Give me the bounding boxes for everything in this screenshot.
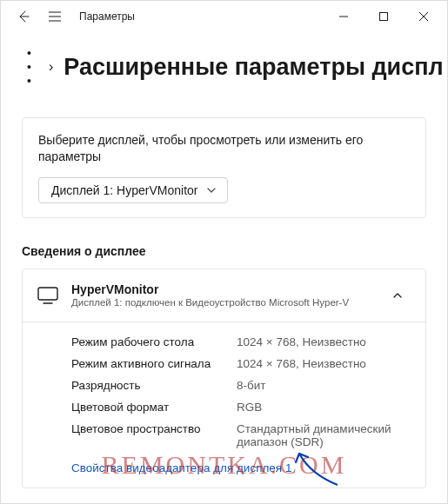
property-row: Цветовое пространствоСтандартный динамич…	[71, 418, 411, 453]
property-key: Режим активного сигнала	[71, 357, 237, 370]
nav-menu-button[interactable]	[41, 3, 69, 30]
adapter-link-row: Свойства видеоадаптера для дисплея 1	[23, 458, 425, 487]
property-value: Стандартный динамический диапазон (SDR)	[237, 422, 411, 448]
chevron-down-icon	[206, 185, 217, 196]
panel-header[interactable]: HyperVMonitor Дисплей 1: подключен к Вид…	[23, 269, 425, 322]
property-value: RGB	[237, 401, 411, 414]
display-select-card: Выберите дисплей, чтобы просмотреть или …	[22, 117, 426, 218]
display-info-panel: HyperVMonitor Дисплей 1: подключен к Вид…	[22, 269, 426, 488]
monitor-icon	[37, 287, 59, 304]
property-value: 8-бит	[237, 379, 411, 392]
chevron-up-icon	[391, 289, 404, 302]
property-row: Режим рабочего стола1024 × 768, Неизвест…	[71, 331, 411, 353]
arrow-left-icon	[17, 10, 30, 23]
close-button[interactable]	[404, 3, 444, 30]
titlebar: Параметры	[1, 1, 447, 32]
property-key: Режим рабочего стола	[71, 335, 237, 348]
close-icon	[419, 12, 428, 21]
property-value: 1024 × 768, Неизвестно	[237, 357, 411, 370]
property-row: Разрядность8-бит	[71, 375, 411, 396]
adapter-properties-link[interactable]: Свойства видеоадаптера для дисплея 1	[71, 461, 291, 474]
breadcrumb: • • • › Расширенные параметры диспл	[22, 41, 426, 93]
titlebar-left: Параметры	[4, 3, 135, 30]
property-key: Разрядность	[71, 379, 237, 392]
property-key: Цветовое пространство	[71, 422, 237, 448]
select-instruction: Выберите дисплей, чтобы просмотреть или …	[38, 132, 410, 165]
collapse-button[interactable]	[384, 282, 411, 309]
display-dropdown[interactable]: Дисплей 1: HyperVMonitor	[38, 177, 228, 203]
settings-window: Параметры • • • › Расширенные параметры …	[0, 0, 448, 504]
panel-title: HyperVMonitor	[71, 282, 371, 296]
property-row: Режим активного сигнала1024 × 768, Неизв…	[71, 353, 411, 375]
properties-list: Режим рабочего стола1024 × 768, Неизвест…	[23, 322, 425, 458]
window-controls	[324, 3, 444, 30]
minimize-icon	[339, 12, 348, 21]
display-dropdown-label: Дисплей 1: HyperVMonitor	[51, 183, 197, 197]
minimize-button[interactable]	[324, 3, 364, 30]
breadcrumb-ellipsis[interactable]: • • •	[22, 41, 38, 93]
back-button[interactable]	[11, 4, 36, 29]
page-title: Расширенные параметры диспл	[64, 54, 443, 81]
svg-rect-5	[380, 13, 388, 21]
panel-subtitle: Дисплей 1: подключен к Видеоустройство M…	[71, 297, 371, 308]
chevron-right-icon: ›	[49, 59, 53, 75]
maximize-button[interactable]	[364, 3, 404, 30]
content-area: • • • › Расширенные параметры диспл Выбе…	[1, 32, 447, 503]
app-title: Параметры	[79, 10, 135, 23]
panel-header-text: HyperVMonitor Дисплей 1: подключен к Вид…	[71, 282, 371, 308]
property-value: 1024 × 768, Неизвестно	[237, 335, 411, 348]
property-key: Цветовой формат	[71, 401, 237, 414]
display-info-heading: Сведения о дисплее	[22, 244, 426, 258]
property-row: Цветовой форматRGB	[71, 396, 411, 418]
hamburger-icon	[48, 10, 62, 23]
svg-rect-8	[38, 288, 57, 300]
maximize-icon	[379, 12, 388, 21]
